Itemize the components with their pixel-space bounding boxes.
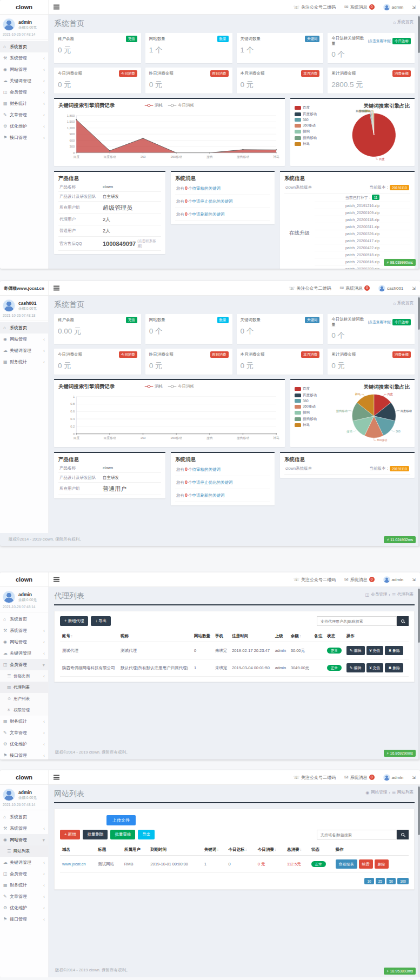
sidebar-item[interactable]: ⌂系统首页 <box>0 322 48 334</box>
legend-item[interactable]: 360 <box>295 118 323 122</box>
patch-file[interactable]: patch_20200518.zip <box>315 251 410 258</box>
sort-icon[interactable]: ↕ <box>299 634 302 638</box>
row-action-button[interactable]: ✎ 编辑 <box>346 663 365 672</box>
scrollbar[interactable] <box>418 588 420 759</box>
sidebar-item[interactable]: ▥代理列表 <box>0 682 48 693</box>
legend-item[interactable]: 搜狗移动 <box>295 417 323 422</box>
brand-logo[interactable]: clown <box>0 770 49 784</box>
sidebar-item[interactable]: ▦财务统计‹ <box>0 98 48 109</box>
sidebar-item[interactable]: ⚑接口管理‹ <box>0 132 48 143</box>
column-header[interactable]: 余额↕ <box>289 631 312 642</box>
toolbar-button[interactable]: 批量删除 <box>83 830 108 839</box>
sidebar-item[interactable]: ◫会员管理▾ <box>0 659 48 670</box>
topbar-messages[interactable]: ✉系统消息0 <box>340 770 379 785</box>
row-action-button[interactable]: ✖ 删除 <box>385 646 403 655</box>
topbar-user[interactable]: admin <box>379 572 408 587</box>
page-size-button[interactable]: 25 <box>376 878 385 884</box>
breadcrumb[interactable]: ◫会员管理›☰代理列表 <box>365 592 414 597</box>
sidebar-item[interactable]: ⚙优化维护‹ <box>0 738 48 750</box>
page-size-button[interactable]: 100 <box>397 878 409 884</box>
row-action-button[interactable]: 删除 <box>375 859 389 869</box>
search-input[interactable] <box>317 830 397 839</box>
sidebar-item[interactable]: ⌂系统首页 <box>0 614 48 625</box>
sidebar-item[interactable]: ◉网站管理‹ <box>0 334 48 345</box>
sidebar-item[interactable]: ☁关键词管理‹ <box>0 75 48 86</box>
export-button[interactable]: ↓ 导出 <box>91 616 111 626</box>
sidebar-item[interactable]: ⚒系统管理‹ <box>0 823 48 834</box>
system-message[interactable]: 您有0个申请刷新的关键词 <box>175 489 270 502</box>
sidebar-item[interactable]: ☁关键词管理‹ <box>0 857 48 868</box>
brand-logo[interactable]: clown <box>0 572 49 586</box>
topbar-qr-link[interactable]: ☏关注公众号二维码 <box>289 770 340 785</box>
legend-item[interactable]: 今日消耗 <box>168 103 194 108</box>
sidebar-item[interactable]: ✎文章管理‹ <box>0 891 48 902</box>
sidebar-item[interactable]: ▦财务统计‹ <box>0 879 48 891</box>
topbar-user[interactable]: admin <box>379 0 408 15</box>
sidebar-item[interactable]: ◉网站管理▾ <box>0 834 48 845</box>
sidebar-toggle-icon[interactable] <box>49 0 64 15</box>
legend-item[interactable]: 360移动 <box>295 123 323 128</box>
search-button[interactable] <box>397 616 409 626</box>
column-header[interactable]: 账号↕ <box>60 631 118 642</box>
fullscreen-icon[interactable]: ⇲ <box>408 281 420 296</box>
patch-file[interactable]: patch_20200311.zip <box>315 223 410 230</box>
legend-item[interactable]: 今日消耗 <box>168 384 194 389</box>
system-message[interactable]: 您有0个待审核的关键词 <box>175 182 270 195</box>
sidebar-item[interactable]: ◫会员管理‹ <box>0 868 48 879</box>
patch-file[interactable]: patch_20200417.zip <box>315 237 410 244</box>
breadcrumb[interactable]: ⌂系统首页 <box>393 301 414 306</box>
breadcrumb[interactable]: ◉网站管理›☰网站列表 <box>365 790 414 795</box>
sidebar-item[interactable]: ▦财务统计‹ <box>0 356 48 368</box>
sidebar-item[interactable]: ☁关键词管理‹ <box>0 648 48 659</box>
column-header[interactable]: 总消费↕ <box>285 844 309 856</box>
system-message[interactable]: 您有0个申请停止优化的关键词 <box>175 476 270 489</box>
topbar-user[interactable]: admin <box>379 770 408 785</box>
topbar-qr-link[interactable]: ☏关注公众号二维码 <box>289 572 340 587</box>
legend-item[interactable]: 神马 <box>295 142 323 146</box>
column-header[interactable]: 今日消费↕ <box>256 844 285 856</box>
system-message[interactable]: 您有0个申请刷新的关键词 <box>175 208 270 221</box>
sidebar-item[interactable]: ⚙优化维护‹ <box>0 121 48 132</box>
topbar-qr-link[interactable]: ☏关注公众号二维码 <box>284 281 335 296</box>
patch-file[interactable]: patch_20200118.zip <box>315 216 410 223</box>
sidebar-item[interactable]: ⌂系统首页 <box>0 41 48 52</box>
legend-item[interactable]: 消耗 <box>145 384 163 389</box>
patch-file[interactable]: patch_20200326.zip <box>315 230 410 237</box>
sort-icon[interactable]: ↕ <box>300 848 302 851</box>
sidebar-item[interactable]: ⚒系统管理‹ <box>0 52 48 64</box>
topbar-messages[interactable]: ✉系统消息0 <box>336 281 375 296</box>
search-input[interactable] <box>317 616 397 626</box>
sidebar-item[interactable]: ◫会员管理‹ <box>0 86 48 98</box>
topbar-user[interactable]: cash001 <box>374 281 408 296</box>
patch-file[interactable]: patch_20200109.zip <box>315 209 410 216</box>
sidebar-item[interactable]: ⚑接口管理‹ <box>0 914 48 925</box>
patch-file[interactable]: patch_20191216.zip <box>315 202 410 209</box>
card-detail-link[interactable]: (点击查看详情) <box>368 39 391 44</box>
legend-item[interactable]: 百度 <box>295 386 323 391</box>
legend-item[interactable]: 百度 <box>295 105 323 110</box>
legend-item[interactable]: 360移动 <box>295 404 323 409</box>
patch-file[interactable]: patch_20200422.zip <box>315 244 410 251</box>
sidebar-item[interactable]: ☺用户列表 <box>0 693 48 704</box>
legend-item[interactable]: 搜狗 <box>295 129 323 134</box>
sidebar-toggle-icon[interactable] <box>49 770 64 785</box>
sidebar-item[interactable]: ◉网站管理‹ <box>0 64 48 75</box>
legend-item[interactable]: 360 <box>295 399 323 403</box>
row-action-button[interactable]: ✎ 编辑 <box>346 646 365 655</box>
legend-item[interactable]: 消耗 <box>145 103 163 108</box>
row-action-button[interactable]: ¥ 充值 <box>366 663 384 672</box>
sidebar-toggle-icon[interactable] <box>49 572 64 587</box>
legend-item[interactable]: 神马 <box>295 423 323 428</box>
add-agent-button[interactable]: + 新增代理 <box>60 616 88 626</box>
search-button[interactable] <box>397 830 409 839</box>
breadcrumb[interactable]: ⌂系统首页 <box>393 19 414 25</box>
row-action-button[interactable]: 续费 <box>359 859 373 869</box>
fullscreen-icon[interactable]: ⇲ <box>408 0 420 15</box>
sidebar-item[interactable]: ▦财务统计‹ <box>0 716 48 727</box>
sidebar-item[interactable]: ✳权限管理 <box>0 704 48 716</box>
sort-icon[interactable]: ↕ <box>245 848 247 851</box>
sort-icon[interactable]: ↕ <box>71 634 73 638</box>
row-action-button[interactable]: ✖ 删除 <box>385 663 403 672</box>
topbar-messages[interactable]: ✉系统消息0 <box>340 0 379 15</box>
toolbar-button[interactable]: 导出 <box>138 830 155 839</box>
